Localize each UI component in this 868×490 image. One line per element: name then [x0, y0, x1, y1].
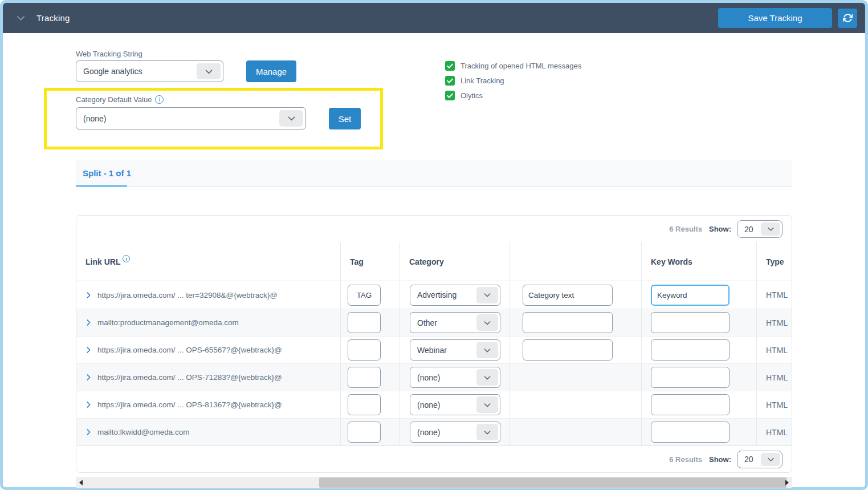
page-size-select[interactable]: 20: [737, 451, 783, 468]
chevron-down-icon: [761, 453, 780, 466]
tag-cell: [340, 337, 400, 363]
table-row: https://jira.omeda.com/ ... OPS-71283?@{…: [76, 363, 792, 391]
tab-split[interactable]: Split - 1 of 1: [83, 160, 131, 186]
category-select[interactable]: Advertising: [410, 285, 500, 306]
keyword-input[interactable]: [651, 339, 730, 361]
chevron-down-icon: [476, 287, 498, 303]
row-expand-chevron-icon[interactable]: [85, 428, 92, 436]
keyword-input[interactable]: [651, 394, 730, 415]
type-cell: HTML: [756, 364, 792, 391]
refresh-button[interactable]: [838, 9, 857, 28]
save-tracking-button[interactable]: Save Tracking: [718, 8, 832, 28]
tag-input[interactable]: [348, 367, 381, 388]
scroll-left-arrow[interactable]: [79, 480, 83, 485]
link-type: HTML: [757, 373, 788, 382]
scroll-right-arrow[interactable]: [785, 480, 789, 485]
checkbox-checked-icon[interactable]: [445, 91, 455, 100]
category-text-cell: [510, 391, 641, 418]
tag-input[interactable]: [348, 312, 381, 333]
tag-input[interactable]: [348, 285, 381, 306]
category-select[interactable]: (none): [410, 394, 500, 415]
keyword-input[interactable]: [651, 312, 730, 333]
column-header-label: Link URL: [85, 257, 120, 266]
checkbox-row-olytics[interactable]: Olytics: [445, 91, 581, 100]
category-text-input[interactable]: [523, 312, 613, 333]
link-type: HTML: [757, 290, 788, 299]
chevron-down-icon: [476, 342, 498, 358]
checkbox-checked-icon[interactable]: [445, 76, 455, 86]
link-url: https://jira.omeda.com/ ... OPS-71283?@{…: [97, 373, 282, 382]
page-size-select[interactable]: 20: [737, 220, 783, 238]
tag-input[interactable]: [348, 339, 381, 361]
tag-cell: [340, 281, 400, 309]
type-cell: HTML: [756, 337, 792, 363]
category-select[interactable]: (none): [410, 422, 500, 443]
table-row: https://jira.omeda.com/ ... OPS-81367?@{…: [76, 391, 792, 418]
results-bar-top: 6 Results Show: 20: [76, 216, 792, 242]
page-title: Tracking: [36, 13, 70, 23]
link-url-cell: https://jira.omeda.com/ ... OPS-65567?@{…: [76, 337, 340, 363]
collapse-chevron-icon[interactable]: [15, 13, 26, 23]
chevron-down-icon: [476, 396, 498, 413]
category-value: (none): [417, 373, 440, 382]
web-tracking-label: Web Tracking String: [76, 50, 142, 58]
category-cell: (none): [400, 391, 510, 418]
keyword-input[interactable]: [651, 422, 730, 443]
checkbox-label: Olytics: [461, 91, 483, 100]
checkbox-row-link-tracking[interactable]: Link Tracking: [445, 76, 581, 86]
info-icon[interactable]: [155, 95, 164, 104]
manage-button[interactable]: Manage: [246, 60, 296, 82]
link-url: https://jira.omeda.com/ ... OPS-65567?@{…: [97, 346, 282, 354]
row-expand-chevron-icon[interactable]: [85, 401, 92, 408]
link-url-cell: https://jira.omeda.com/ ... OPS-81367?@{…: [76, 391, 340, 418]
web-tracking-value: Google analytics: [83, 67, 142, 76]
row-expand-chevron-icon[interactable]: [85, 346, 92, 354]
table-row: mailto:lkwidd@omeda.com (none) HTML: [76, 418, 792, 446]
set-button[interactable]: Set: [329, 108, 361, 129]
tag-input[interactable]: [348, 394, 381, 415]
category-value: (none): [417, 400, 440, 410]
row-expand-chevron-icon[interactable]: [85, 374, 92, 381]
tag-cell: [340, 419, 400, 446]
category-text-input[interactable]: [523, 285, 613, 306]
checkbox-label: Link Tracking: [461, 76, 504, 85]
results-count: 6 Results: [669, 225, 702, 233]
tag-cell: [340, 364, 400, 391]
column-header-category-text: [510, 242, 641, 281]
horizontal-scrollbar[interactable]: [76, 477, 792, 488]
keyword-cell: [641, 337, 756, 363]
info-icon[interactable]: [123, 255, 130, 262]
tag-cell: [340, 391, 400, 418]
tab-strip: Split - 1 of 1: [76, 160, 792, 187]
type-cell: HTML: [756, 309, 792, 336]
column-header-link-url: Link URL: [76, 242, 340, 281]
row-expand-chevron-icon[interactable]: [85, 319, 92, 326]
category-cell: Other: [400, 309, 510, 336]
column-header-type: Type: [756, 242, 792, 281]
link-url: mailto:lkwidd@omeda.com: [97, 428, 190, 436]
keyword-cell: [641, 419, 756, 446]
category-text-input[interactable]: [523, 339, 613, 361]
checkbox-checked-icon[interactable]: [445, 61, 455, 71]
category-value: Webinar: [417, 346, 447, 355]
checkbox-row-html-messages[interactable]: Tracking of opened HTML messages: [445, 61, 581, 71]
web-tracking-select[interactable]: Google analytics: [76, 60, 223, 82]
link-type: HTML: [757, 318, 788, 327]
category-select[interactable]: Other: [410, 312, 500, 333]
tag-cell: [340, 309, 400, 336]
link-url-cell: https://jira.omeda.com/ ... ter=32908&@{…: [76, 281, 340, 309]
category-cell: Advertising: [400, 281, 510, 309]
page-size-value: 20: [744, 225, 753, 234]
category-select[interactable]: Webinar: [410, 339, 500, 361]
row-expand-chevron-icon[interactable]: [85, 291, 92, 299]
tag-input[interactable]: [348, 422, 381, 443]
category-select[interactable]: (none): [410, 367, 500, 388]
tracking-panel: Tracking Save Tracking Web Tracking Stri…: [0, 0, 868, 490]
category-value: Advertising: [417, 290, 457, 299]
chevron-down-icon: [476, 424, 498, 440]
active-tab-underline: [76, 185, 127, 187]
keyword-input[interactable]: [651, 367, 730, 388]
horizontal-scrollbar-thumb[interactable]: [319, 477, 787, 488]
keyword-input[interactable]: [651, 285, 730, 306]
category-default-select[interactable]: (none): [76, 107, 306, 129]
